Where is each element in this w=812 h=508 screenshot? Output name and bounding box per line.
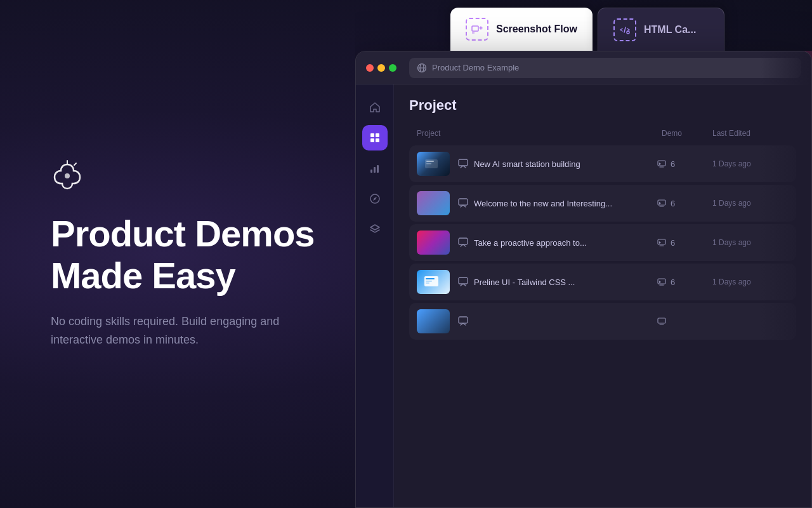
- svg-rect-33: [658, 318, 665, 323]
- traffic-lights: [366, 64, 396, 72]
- hero-title: Product Demos Made Easy: [51, 213, 343, 297]
- svg-rect-11: [370, 138, 374, 142]
- svg-rect-29: [426, 283, 429, 284]
- row-name-3: Take a proactive approach to...: [474, 238, 587, 248]
- last-edited-1: 1 Days ago: [712, 159, 789, 168]
- hero-subtitle: No coding skills required. Build engagin…: [51, 312, 304, 349]
- tab-screenshot-flow-label: Screenshot Flow: [496, 23, 577, 35]
- demo-icon-1: [657, 159, 667, 169]
- row-name-icon-1: [457, 158, 469, 170]
- row-project-1: New AI smart station building: [417, 152, 652, 176]
- row-name-icon-4: [457, 276, 469, 288]
- row-name-wrapper-1: New AI smart station building: [457, 158, 580, 170]
- tab-html-capture[interactable]: HTML Ca...: [598, 8, 724, 51]
- svg-rect-4: [472, 32, 475, 34]
- traffic-light-maximize[interactable]: [389, 64, 396, 72]
- address-bar[interactable]: Product Demo Example: [409, 58, 801, 78]
- row-name-icon-5: [457, 316, 469, 327]
- traffic-light-close[interactable]: [366, 64, 374, 72]
- row-name-wrapper-2: Welcome to the new and Interesting...: [457, 197, 612, 209]
- svg-rect-24: [459, 238, 468, 244]
- demo-icon-4: [657, 277, 667, 287]
- sidebar-item-compass[interactable]: [362, 186, 388, 211]
- row-project-3: Take a proactive approach to...: [417, 231, 652, 255]
- svg-rect-3: [472, 26, 478, 31]
- svg-rect-30: [459, 277, 468, 284]
- svg-point-5: [627, 31, 629, 34]
- demo-count-2: 6: [657, 198, 707, 208]
- svg-rect-22: [459, 199, 468, 205]
- svg-line-2: [74, 163, 76, 165]
- main-content: Project Project Demo Last Edited: [394, 84, 811, 507]
- svg-rect-20: [459, 159, 468, 166]
- left-section: Product Demos Made Easy No coding skills…: [0, 0, 393, 508]
- demo-icon-2: [657, 198, 667, 208]
- demo-count-text-1: 6: [671, 159, 675, 169]
- table-row[interactable]: Welcome to the new and Interesting... 6 …: [409, 185, 796, 222]
- project-thumb-5: [417, 309, 450, 333]
- svg-rect-13: [370, 170, 372, 173]
- tab-screenshot-flow[interactable]: Screenshot Flow: [450, 8, 593, 51]
- table-row[interactable]: Take a proactive approach to... 6 1 Days…: [409, 224, 796, 261]
- sidebar-item-home[interactable]: [362, 95, 388, 120]
- svg-rect-27: [426, 278, 435, 279]
- demo-count-text-2: 6: [671, 199, 675, 208]
- svg-rect-15: [377, 165, 379, 173]
- svg-rect-19: [426, 163, 431, 164]
- svg-rect-10: [376, 133, 379, 137]
- svg-rect-21: [658, 161, 665, 166]
- demo-count-text-3: 6: [671, 238, 675, 248]
- table-header: Project Demo Last Edited: [409, 124, 796, 143]
- row-name-icon-3: [457, 237, 469, 248]
- browser-window: Product Demo Example: [355, 51, 812, 508]
- demo-count-text-4: 6: [671, 277, 675, 287]
- page-title: Project: [409, 97, 796, 114]
- address-bar-text: Product Demo Example: [432, 63, 519, 72]
- table-row[interactable]: New AI smart station building 6 1 Days a…: [409, 145, 796, 182]
- row-project-5: [417, 309, 652, 333]
- svg-rect-14: [374, 167, 376, 173]
- demo-count-4: 6: [657, 277, 707, 287]
- globe-icon: [417, 63, 427, 73]
- tab-html-capture-label: HTML Ca...: [644, 24, 696, 36]
- row-name-wrapper-5: [457, 316, 474, 327]
- row-project-2: Welcome to the new and Interesting...: [417, 191, 652, 215]
- svg-rect-32: [459, 317, 468, 323]
- row-project-4: Preline UI - Tailwind CSS ...: [417, 270, 652, 294]
- svg-rect-28: [426, 281, 432, 282]
- sidebar-item-chart[interactable]: [362, 156, 388, 181]
- row-name-wrapper-3: Take a proactive approach to...: [457, 237, 587, 248]
- tab-html-icon-wrapper: [613, 18, 636, 41]
- demo-count-1: 6: [657, 159, 707, 169]
- traffic-light-minimize[interactable]: [377, 64, 385, 72]
- sidebar: [356, 84, 394, 507]
- sidebar-item-layers[interactable]: [362, 217, 388, 242]
- row-name-wrapper-4: Preline UI - Tailwind CSS ...: [457, 276, 575, 288]
- row-name-2: Welcome to the new and Interesting...: [474, 199, 612, 208]
- table-row[interactable]: Preline UI - Tailwind CSS ... 6 1 Days a…: [409, 264, 796, 300]
- svg-rect-23: [658, 200, 665, 205]
- browser-content: Project Project Demo Last Edited: [356, 84, 811, 507]
- demo-icon-5: [657, 316, 667, 326]
- right-section: Screenshot Flow HTML Ca...: [355, 0, 812, 508]
- row-name-icon-2: [457, 197, 469, 209]
- svg-rect-9: [370, 133, 374, 137]
- project-thumb-3: [417, 231, 450, 255]
- sidebar-item-grid[interactable]: [362, 125, 388, 150]
- header-demo: Demo: [662, 129, 712, 138]
- tab-screenshot-icon-wrapper: [466, 18, 488, 41]
- project-thumb-1: [417, 152, 450, 176]
- project-thumb-2: [417, 191, 450, 215]
- table-row[interactable]: [409, 303, 796, 340]
- browser-chrome: Product Demo Example: [356, 51, 811, 84]
- svg-point-0: [65, 173, 70, 178]
- demo-count-3: 6: [657, 237, 707, 248]
- header-last-edited: Last Edited: [712, 129, 789, 138]
- project-thumb-4: [417, 270, 450, 294]
- row-name-4: Preline UI - Tailwind CSS ...: [474, 277, 575, 287]
- row-name-1: New AI smart station building: [474, 159, 580, 169]
- svg-rect-31: [658, 279, 665, 284]
- demo-icon-3: [657, 237, 667, 248]
- last-edited-2: 1 Days ago: [712, 199, 789, 208]
- last-edited-3: 1 Days ago: [712, 238, 789, 247]
